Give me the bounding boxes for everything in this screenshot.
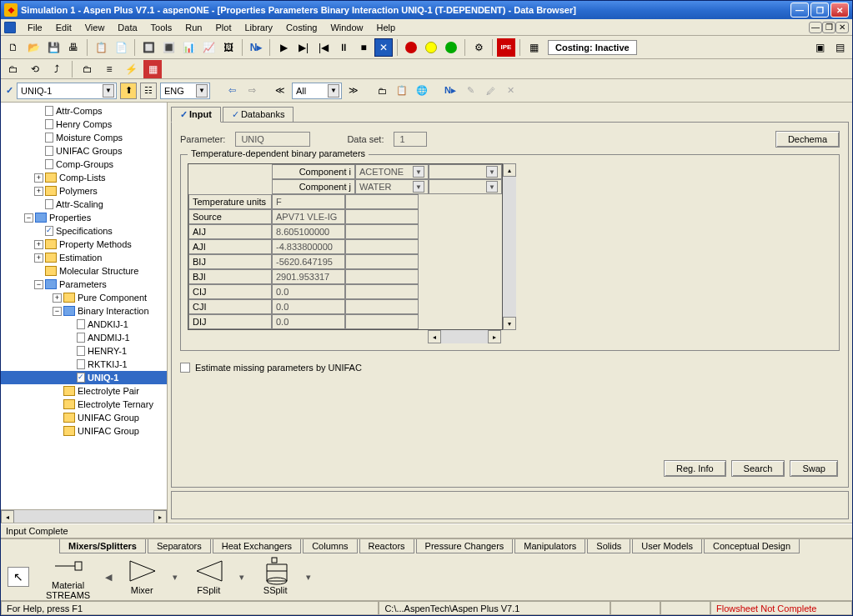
nav-prev-button[interactable]: ≪	[272, 83, 289, 99]
sec-btn-3[interactable]: ⤴	[48, 60, 66, 78]
grid-cell[interactable]: -5620.647195	[272, 254, 345, 269]
next-button[interactable]: N▸	[247, 38, 265, 57]
reinit-button[interactable]: ✕	[374, 38, 393, 57]
palette-tab-heat-exchangers[interactable]: Heat Exchangers	[213, 539, 301, 553]
tree-item-estimation[interactable]: +Estimation	[1, 251, 167, 264]
menu-file[interactable]: File	[21, 21, 49, 34]
expand-icon[interactable]: +	[34, 187, 43, 196]
palette-item-fsplit[interactable]: FSplit	[193, 558, 223, 595]
tree-item-moisture-comps[interactable]: Moisture Comps	[1, 131, 167, 144]
tree-item-binary-interaction[interactable]: −Binary Interaction	[1, 304, 167, 318]
nav-view-button[interactable]: ☷	[140, 83, 157, 99]
grid-v-scrollbar[interactable]: ▴▾	[503, 163, 516, 330]
tree-item-properties[interactable]: −Properties	[1, 211, 167, 224]
palette-tab-manipulators[interactable]: Manipulators	[514, 539, 585, 553]
nav-paste-button[interactable]: 🌐	[414, 83, 430, 99]
expand-icon[interactable]: +	[53, 293, 62, 303]
tree-h-scrollbar[interactable]: ◂▸	[1, 509, 167, 523]
status-green-icon[interactable]	[442, 38, 460, 57]
grid-cell[interactable]: APV71 VLE-IG	[272, 209, 345, 224]
tree-item-property-methods[interactable]: +Property Methods	[1, 238, 167, 251]
tree-item-electrolyte-ternary[interactable]: Electrolyte Ternary	[1, 398, 167, 411]
palette-dd-3[interactable]: ▾	[304, 562, 314, 592]
swap-button[interactable]: Swap	[790, 460, 838, 477]
grid-cell[interactable]	[345, 314, 419, 329]
grid-h-scrollbar[interactable]: ◂▸	[428, 330, 501, 343]
grid-cell[interactable]: 0.0	[272, 314, 345, 329]
tree-item-polymers[interactable]: +Polymers	[1, 184, 167, 198]
sec-btn-2[interactable]: ⟲	[26, 60, 44, 78]
grid-cell[interactable]	[345, 194, 419, 209]
grid-cell[interactable]: 0.0	[272, 299, 345, 314]
tree-item-comp-groups[interactable]: Comp-Groups	[1, 158, 167, 171]
grid-cell[interactable]: F	[272, 194, 345, 209]
tree-item-comp-lists[interactable]: +Comp-Lists	[1, 171, 167, 184]
tool-btn-11[interactable]: 🖼	[219, 38, 238, 57]
tree-item-pure-component[interactable]: +Pure Component	[1, 291, 167, 304]
comp-i-select[interactable]: ACETONE▼	[355, 164, 429, 179]
tool-btn-5[interactable]: 📋	[92, 38, 110, 57]
menu-costing[interactable]: Costing	[279, 21, 324, 34]
palette-tab-reactors[interactable]: Reactors	[359, 539, 414, 553]
mdi-restore-button[interactable]: ❐	[822, 22, 835, 33]
menu-plot[interactable]: Plot	[208, 21, 238, 34]
tree-item-attr-scaling[interactable]: Attr-Scaling	[1, 198, 167, 211]
new-button[interactable]: 🗋	[4, 38, 23, 57]
grid-cell[interactable]: 8.605100000	[272, 224, 345, 239]
grid-cell[interactable]	[345, 299, 419, 314]
sec-btn-6[interactable]: ⚡	[122, 60, 140, 78]
estimate-unifac-checkbox[interactable]	[180, 363, 190, 373]
tree-pane[interactable]: Attr-CompsHenry CompsMoisture CompsUNIFA…	[1, 103, 168, 523]
palette-dd-2[interactable]: ▾	[237, 562, 247, 592]
menu-run[interactable]: Run	[178, 21, 208, 34]
grid-cell[interactable]	[345, 284, 419, 299]
menu-library[interactable]: Library	[238, 21, 279, 34]
palette-item-ssplit[interactable]: SSplit	[260, 558, 290, 595]
menu-tools[interactable]: Tools	[144, 21, 179, 34]
nav-up-button[interactable]: ⬆	[120, 83, 137, 99]
nav-fwd-button[interactable]: ⇨	[243, 83, 260, 99]
expand-icon[interactable]: +	[34, 253, 43, 263]
palette-dd-1[interactable]: ▾	[170, 562, 180, 592]
tree-item-electrolyte-pair[interactable]: Electrolyte Pair	[1, 384, 167, 398]
palette-item-material[interactable]: Material STREAMS	[46, 553, 90, 600]
comp-j-select[interactable]: WATER▼	[355, 179, 429, 194]
sec-btn-1[interactable]: 🗀	[4, 60, 23, 78]
grid-cell[interactable]	[345, 254, 419, 269]
grid-cell[interactable]: 2901.953317	[272, 269, 345, 284]
menu-data[interactable]: Data	[111, 21, 143, 34]
palette-item-mixer[interactable]: Mixer	[127, 558, 157, 595]
tree-item-henry-1[interactable]: HENRY-1	[1, 344, 167, 358]
dechema-button[interactable]: Dechema	[775, 131, 840, 148]
run-button[interactable]: ▶	[274, 38, 293, 57]
tree-item-molecular-structure[interactable]: Molecular Structure	[1, 264, 167, 278]
grid-icon[interactable]: ▦	[524, 38, 543, 57]
tree-item-unifac-group[interactable]: UNIFAC Group	[1, 411, 167, 424]
tool-btn-7[interactable]: 🔲	[139, 38, 158, 57]
palette-tab-separators[interactable]: Separators	[148, 539, 211, 553]
expand-icon[interactable]: +	[34, 173, 43, 183]
tab-databanks[interactable]: Databanks	[223, 107, 294, 123]
print-button[interactable]: 🖶	[64, 38, 83, 57]
grid-cell[interactable]	[345, 224, 419, 239]
units-selector[interactable]: ENG ▼	[160, 83, 210, 99]
tree-item-unifac-group[interactable]: UNIFAC Group	[1, 424, 167, 438]
comp-j-select-2[interactable]: ▼	[429, 179, 502, 194]
sec-btn-5[interactable]: ≡	[100, 60, 118, 78]
reginfo-button[interactable]: Reg. Info	[664, 460, 726, 477]
palette-tab-pressure-changers[interactable]: Pressure Changers	[416, 539, 514, 553]
sec-btn-7[interactable]: ▦	[143, 60, 162, 78]
close-button[interactable]: ✕	[830, 3, 849, 18]
rewind-button[interactable]: |◀	[314, 38, 333, 57]
expand-icon[interactable]: −	[34, 280, 43, 289]
object-selector[interactable]: UNIQ-1 ▼	[17, 83, 117, 99]
save-button[interactable]: 💾	[44, 38, 63, 57]
pause-button[interactable]: ⏸	[334, 38, 353, 57]
mdi-minimize-button[interactable]: —	[809, 22, 822, 33]
palette-tab-user-models[interactable]: User Models	[632, 539, 702, 553]
grid-cell[interactable]: -4.833800000	[272, 239, 345, 254]
palette-tab-solids[interactable]: Solids	[587, 539, 630, 553]
grid-cell[interactable]	[345, 209, 419, 224]
tree-item-attr-comps[interactable]: Attr-Comps	[1, 104, 167, 118]
palette-tab-columns[interactable]: Columns	[303, 539, 357, 553]
